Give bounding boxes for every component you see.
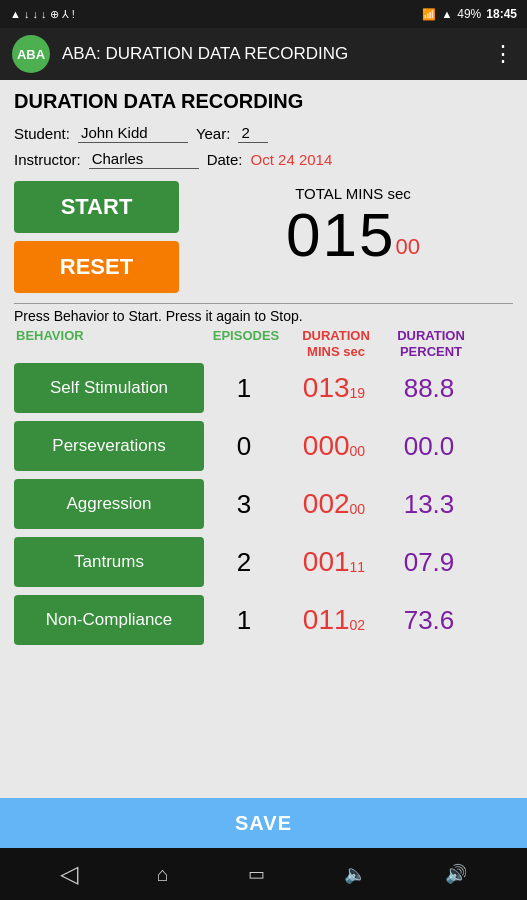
col-header-episodes: EPISODES [206, 328, 286, 359]
start-button[interactable]: START [14, 181, 179, 233]
episodes-3: 2 [204, 547, 284, 578]
reset-button[interactable]: RESET [14, 241, 179, 293]
col-header-behavior: BEHAVIOR [16, 328, 206, 359]
year-input[interactable] [238, 123, 268, 143]
duration-3: 001 11 [284, 546, 384, 578]
app-logo: ABA [12, 35, 50, 73]
wifi-icon: ▲ [441, 8, 452, 20]
student-label: Student: [14, 125, 70, 142]
divider-1 [14, 303, 513, 304]
pct-2: 13.3 [384, 489, 474, 520]
duration-4: 011 02 [284, 604, 384, 636]
instruction-text: Press Behavior to Start. Press it again … [14, 308, 513, 324]
episodes-1: 0 [204, 431, 284, 462]
pct-0: 88.8 [384, 373, 474, 404]
instructor-label: Instructor: [14, 151, 81, 168]
table-row: Self Stimulation 1 013 19 88.8 [14, 363, 513, 413]
instructor-row: Instructor: Date: Oct 24 2014 [14, 149, 513, 169]
time-display: 18:45 [486, 7, 517, 21]
table-row: Perseverations 0 000 00 00.0 [14, 421, 513, 471]
volume-up-button[interactable]: 🔊 [445, 863, 467, 885]
save-section: SAVE [0, 798, 527, 848]
pct-1: 00.0 [384, 431, 474, 462]
recent-apps-button[interactable]: ▭ [248, 863, 265, 885]
bluetooth-icon: 📶 [422, 8, 436, 21]
app-header: ABA ABA: DURATION DATA RECORDING ⋮ [0, 28, 527, 80]
status-bar-left: ▲ ↓ ↓ ↓ ⊕ ⅄ ! [10, 8, 416, 21]
status-right-icons: 📶 ▲ 49% 18:45 [422, 7, 517, 21]
behavior-button-self-stimulation[interactable]: Self Stimulation [14, 363, 204, 413]
pct-4: 73.6 [384, 605, 474, 636]
duration-0: 013 19 [284, 372, 384, 404]
duration-2: 002 00 [284, 488, 384, 520]
table-row: Aggression 3 002 00 13.3 [14, 479, 513, 529]
date-label: Date: [207, 151, 243, 168]
controls-row: START RESET TOTAL MINS sec 015 00 [14, 181, 513, 293]
table-row: Tantrums 2 001 11 07.9 [14, 537, 513, 587]
student-input[interactable] [78, 123, 188, 143]
table-row: Non-Compliance 1 011 02 73.6 [14, 595, 513, 645]
overflow-menu-button[interactable]: ⋮ [492, 41, 515, 67]
duration-1: 000 00 [284, 430, 384, 462]
status-bar: ▲ ↓ ↓ ↓ ⊕ ⅄ ! 📶 ▲ 49% 18:45 [0, 0, 527, 28]
student-row: Student: Year: [14, 123, 513, 143]
instructor-input[interactable] [89, 149, 199, 169]
behavior-button-tantrums[interactable]: Tantrums [14, 537, 204, 587]
col-header-duration: DURATION MINS sec [286, 328, 386, 359]
home-button[interactable]: ⌂ [157, 863, 169, 886]
behavior-rows: Self Stimulation 1 013 19 88.8 Persevera… [14, 363, 513, 788]
battery-text: 49% [457, 7, 481, 21]
app-header-title: ABA: DURATION DATA RECORDING [62, 44, 480, 64]
notification-icons: ▲ ↓ ↓ ↓ ⊕ ⅄ ! [10, 8, 75, 21]
col-header-duration-pct: DURATION PERCENT [386, 328, 476, 359]
year-label: Year: [196, 125, 230, 142]
save-button[interactable]: SAVE [0, 798, 527, 848]
behavior-button-aggression[interactable]: Aggression [14, 479, 204, 529]
volume-down-button[interactable]: 🔈 [344, 863, 366, 885]
episodes-4: 1 [204, 605, 284, 636]
timer-main-value: 015 [286, 204, 395, 266]
episodes-2: 3 [204, 489, 284, 520]
timer-sec-value: 00 [395, 236, 419, 258]
behavior-button-non-compliance[interactable]: Non-Compliance [14, 595, 204, 645]
date-value: Oct 24 2014 [251, 151, 333, 168]
back-button[interactable]: ◁ [60, 860, 78, 888]
main-content: DURATION DATA RECORDING Student: Year: I… [0, 80, 527, 848]
behavior-button-perseverations[interactable]: Perseverations [14, 421, 204, 471]
page-title: DURATION DATA RECORDING [14, 90, 513, 113]
action-buttons: START RESET [14, 181, 179, 293]
table-header: BEHAVIOR EPISODES DURATION MINS sec DURA… [14, 328, 513, 359]
timer-display: 015 00 [286, 204, 420, 266]
nav-bar: ◁ ⌂ ▭ 🔈 🔊 [0, 848, 527, 900]
timer-display-col: TOTAL MINS sec 015 00 [193, 181, 513, 266]
episodes-0: 1 [204, 373, 284, 404]
pct-3: 07.9 [384, 547, 474, 578]
